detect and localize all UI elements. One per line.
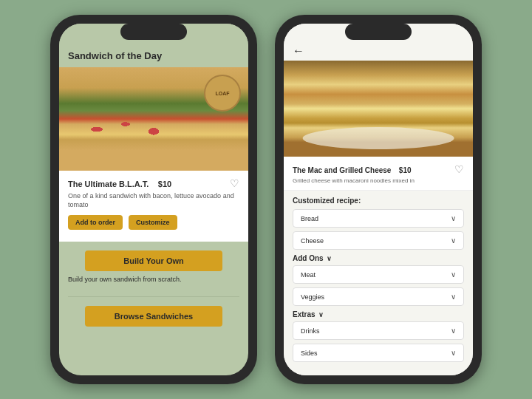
customize-button[interactable]: Customize <box>129 215 177 230</box>
bread-circle-badge: LOAF <box>204 75 241 112</box>
veggies-label: Veggies <box>301 293 324 301</box>
meat-arrow-icon: ∨ <box>451 270 456 279</box>
mac-title-price: The Mac and Grilled Cheese $10 <box>293 163 412 176</box>
mac-heart-icon[interactable]: ♡ <box>454 163 464 175</box>
add-to-order-button[interactable]: Add to order <box>68 215 123 230</box>
bread-arrow-icon: ∨ <box>451 214 456 222</box>
addons-toggle-icon[interactable]: ∨ <box>327 255 332 262</box>
drinks-arrow-icon: ∨ <box>451 327 456 335</box>
extras-label: Extras <box>293 310 316 318</box>
card-info: The Ultimate B.L.A.T. $10 ♡ One of a kin… <box>59 171 248 242</box>
sides-label: Sides <box>301 349 318 357</box>
left-phone: Sandwich of the Day LOAF The Ultimate B.… <box>50 15 257 384</box>
build-description: Build your own sandwich from scratch. <box>68 276 239 283</box>
sides-arrow-icon: ∨ <box>451 349 456 357</box>
mac-info: The Mac and Grilled Cheese $10 ♡ Grilled… <box>284 157 473 191</box>
card-price: $10 <box>158 180 171 188</box>
right-screen: ← The Mac and Grilled Cheese $10 ♡ Grill… <box>284 24 473 375</box>
card-title: The Ultimate B.L.A.T. <box>68 180 149 188</box>
bread-dropdown[interactable]: Bread ∨ <box>293 209 464 228</box>
meat-dropdown[interactable]: Meat ∨ <box>293 265 464 284</box>
extras-toggle-icon[interactable]: ∨ <box>318 311 324 318</box>
right-phone: ← The Mac and Grilled Cheese $10 ♡ Grill… <box>275 15 482 384</box>
build-your-own-button[interactable]: Build Your Own <box>85 250 222 271</box>
addons-label: Add Ons <box>293 254 324 262</box>
addons-title: Add Ons ∨ <box>293 254 464 262</box>
cheese-dropdown[interactable]: Cheese ∨ <box>293 231 464 250</box>
card-buttons: Add to order Customize <box>68 215 239 236</box>
mac-image <box>284 61 473 157</box>
build-section: Build Your Own Build your own sandwich f… <box>59 242 248 292</box>
plate <box>303 127 454 149</box>
veggies-dropdown[interactable]: Veggies ∨ <box>293 287 464 306</box>
drinks-label: Drinks <box>301 327 320 335</box>
card-title-price: The Ultimate B.L.A.T. $10 <box>68 177 171 190</box>
left-notch <box>120 24 187 40</box>
sandwich-image: LOAF <box>59 67 248 171</box>
veggies-arrow-icon: ∨ <box>451 293 456 301</box>
meat-label: Meat <box>301 271 316 279</box>
sandwich-of-day-title: Sandwich of the Day <box>68 50 239 61</box>
bread-label: Bread <box>301 215 318 222</box>
card-description: One of a kind sandwich with bacon, lettu… <box>68 192 239 209</box>
browse-section: Browse Sandwiches <box>59 301 248 331</box>
back-arrow-icon[interactable]: ← <box>293 44 304 57</box>
card-title-row: The Ultimate B.L.A.T. $10 ♡ <box>68 177 239 190</box>
extras-title: Extras ∨ <box>293 310 464 318</box>
custom-section: Customized recipe: Bread ∨ Cheese ∨ Add … <box>284 191 473 375</box>
heart-icon[interactable]: ♡ <box>230 177 239 189</box>
divider <box>68 296 239 297</box>
sides-dropdown[interactable]: Sides ∨ <box>293 344 464 362</box>
customized-recipe-title: Customized recipe: <box>293 197 464 205</box>
browse-sandwiches-button[interactable]: Browse Sandwiches <box>85 306 222 327</box>
right-notch <box>345 24 412 40</box>
cheese-label: Cheese <box>301 237 324 245</box>
right-content: ← The Mac and Grilled Cheese $10 ♡ Grill… <box>284 24 473 375</box>
cheese-arrow-icon: ∨ <box>451 236 456 245</box>
drinks-dropdown[interactable]: Drinks ∨ <box>293 321 464 340</box>
mac-title-row: The Mac and Grilled Cheese $10 ♡ <box>293 163 464 176</box>
mac-price: $10 <box>399 166 412 174</box>
left-screen: Sandwich of the Day LOAF The Ultimate B.… <box>59 24 248 375</box>
mac-description: Grilled cheese with macaroni noodles mix… <box>293 177 464 184</box>
mac-title: The Mac and Grilled Cheese <box>293 166 391 174</box>
